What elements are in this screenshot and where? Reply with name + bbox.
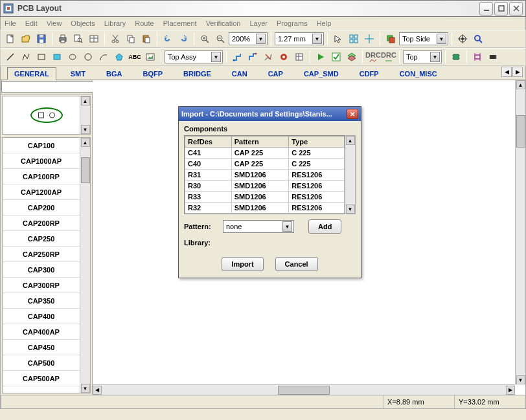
col-header[interactable]: Type <box>289 137 345 148</box>
list-item[interactable]: CAP1000AP <box>3 153 80 169</box>
list-item[interactable]: CAP1200AP <box>3 184 80 200</box>
scroll-up-icon[interactable]: ▲ <box>346 136 355 145</box>
drc-icon[interactable]: DRC <box>366 50 380 64</box>
table-row[interactable]: R32SMD1206RES1206 <box>185 203 345 214</box>
tab-general[interactable]: GENERAL <box>7 67 56 80</box>
via-icon[interactable] <box>277 50 291 64</box>
arc-icon[interactable] <box>97 50 111 64</box>
list-item[interactable]: CAP400AP <box>3 324 80 340</box>
add-button[interactable]: Add <box>308 219 341 234</box>
menu-edit[interactable]: Edit <box>25 19 38 27</box>
copy-icon[interactable] <box>124 32 138 46</box>
component-icon[interactable] <box>470 50 485 64</box>
zoom-out-icon[interactable] <box>213 32 227 46</box>
paste-icon[interactable] <box>139 32 154 46</box>
list-item[interactable]: CAP100RP <box>3 169 80 184</box>
polygon-icon[interactable] <box>112 50 126 64</box>
find-icon[interactable] <box>471 32 485 46</box>
chevron-down-icon[interactable]: ▼ <box>256 34 266 44</box>
chip-icon[interactable] <box>449 50 463 64</box>
run-icon[interactable] <box>314 50 328 64</box>
scroll-down-icon[interactable]: ▼ <box>516 375 525 384</box>
chevron-down-icon[interactable]: ▼ <box>312 34 322 44</box>
list-item[interactable]: CAP300RP <box>3 278 80 293</box>
menu-route[interactable]: Route <box>135 19 154 27</box>
print-icon[interactable] <box>56 32 70 46</box>
panelize-icon[interactable] <box>347 32 361 46</box>
chevron-down-icon[interactable]: ▼ <box>437 34 446 44</box>
tab-bridge[interactable]: BRIDGE <box>177 68 218 80</box>
menu-objects[interactable]: Objects <box>71 19 95 27</box>
tab-scroll-right[interactable]: ▶ <box>512 67 523 77</box>
scroll-right-icon[interactable]: ▶ <box>506 386 515 395</box>
table-row[interactable]: C40CAP 225C 225 <box>185 159 345 170</box>
search-input[interactable] <box>1 81 95 93</box>
line-icon[interactable] <box>3 50 17 64</box>
list-item[interactable]: CAP450 <box>3 340 80 355</box>
maximize-button[interactable] <box>494 2 508 16</box>
check-icon[interactable] <box>329 50 343 64</box>
image-icon[interactable] <box>143 50 157 64</box>
tab-cap[interactable]: CAP <box>262 68 290 80</box>
route2-icon[interactable] <box>246 50 260 64</box>
tab-cdfp[interactable]: CDFP <box>353 68 385 80</box>
chevron-down-icon[interactable]: ▼ <box>211 52 221 62</box>
tab-smt[interactable]: SMT <box>64 68 92 80</box>
list-item[interactable]: CAP250 <box>3 231 80 247</box>
table-row[interactable]: R31SMD1206RES1206 <box>185 170 345 181</box>
ellipse-icon[interactable] <box>65 50 80 64</box>
import-button[interactable]: Import <box>222 257 263 271</box>
pad-icon[interactable] <box>292 50 306 64</box>
list-item[interactable]: CAP350 <box>3 293 80 309</box>
text-icon[interactable]: ABC <box>128 50 142 64</box>
unroute-icon[interactable] <box>261 50 275 64</box>
grid-combo[interactable]: 1.27 mm▼ <box>275 32 324 45</box>
scroll-down-icon[interactable]: ▼ <box>81 384 90 393</box>
redo-icon[interactable] <box>176 32 190 46</box>
undo-icon[interactable] <box>161 32 175 46</box>
tab-cap_smd[interactable]: CAP_SMD <box>297 68 345 80</box>
tab-con_misc[interactable]: CON_MISC <box>393 68 444 80</box>
menu-programs[interactable]: Programs <box>277 19 308 27</box>
cancel-button[interactable]: Cancel <box>275 257 318 271</box>
package-icon[interactable] <box>486 50 500 64</box>
list-item[interactable]: CAP500 <box>3 355 80 371</box>
list-item[interactable]: CAP100 <box>3 138 80 153</box>
tab-bga[interactable]: BGA <box>100 68 128 80</box>
layers-icon[interactable] <box>383 32 398 46</box>
zoom-in-icon[interactable] <box>198 32 212 46</box>
cut-icon[interactable] <box>108 32 122 46</box>
list-item[interactable]: CAP250RP <box>3 247 80 262</box>
titleblock-icon[interactable] <box>87 32 101 46</box>
layer2-combo[interactable]: Top▼ <box>403 50 442 63</box>
save-icon[interactable] <box>34 32 49 46</box>
dialog-titlebar[interactable]: Import - C:\Documents and Settings\Stani… <box>179 107 361 121</box>
list-item[interactable]: CAP500AP <box>3 371 80 386</box>
scroll-thumb[interactable] <box>81 157 90 183</box>
chevron-down-icon[interactable]: ▼ <box>430 52 440 62</box>
target-icon[interactable] <box>455 32 470 46</box>
scroll-thumb[interactable] <box>516 115 525 148</box>
menu-verification[interactable]: Verification <box>206 19 241 27</box>
circle-icon[interactable] <box>81 50 95 64</box>
table-row[interactable]: R33SMD1206RES1206 <box>185 192 345 203</box>
col-header[interactable]: RefDes <box>185 137 232 148</box>
list-item[interactable]: CAP200RP <box>3 216 80 231</box>
menu-view[interactable]: View <box>47 19 62 27</box>
components-grid[interactable]: RefDesPatternTypeC41CAP 225C 225C40CAP 2… <box>184 135 345 214</box>
preview-icon[interactable] <box>71 32 86 46</box>
route-icon[interactable] <box>230 50 244 64</box>
col-header[interactable]: Pattern <box>231 137 289 148</box>
menu-layer[interactable]: Layer <box>249 19 268 27</box>
tab-can[interactable]: CAN <box>225 68 254 80</box>
close-button[interactable] <box>509 2 523 16</box>
menu-library[interactable]: Library <box>104 19 126 27</box>
table-row[interactable]: C41CAP 225C 225 <box>185 148 345 159</box>
scroll-down-icon[interactable]: ▼ <box>81 125 90 134</box>
pattern-combo[interactable]: none▼ <box>223 220 294 233</box>
list-item[interactable]: CAP300 <box>3 262 80 278</box>
open-icon[interactable] <box>19 32 33 46</box>
scroll-up-icon[interactable]: ▲ <box>81 96 90 105</box>
scroll-up-icon[interactable]: ▲ <box>516 80 525 89</box>
list-item[interactable]: CAP400 <box>3 309 80 324</box>
